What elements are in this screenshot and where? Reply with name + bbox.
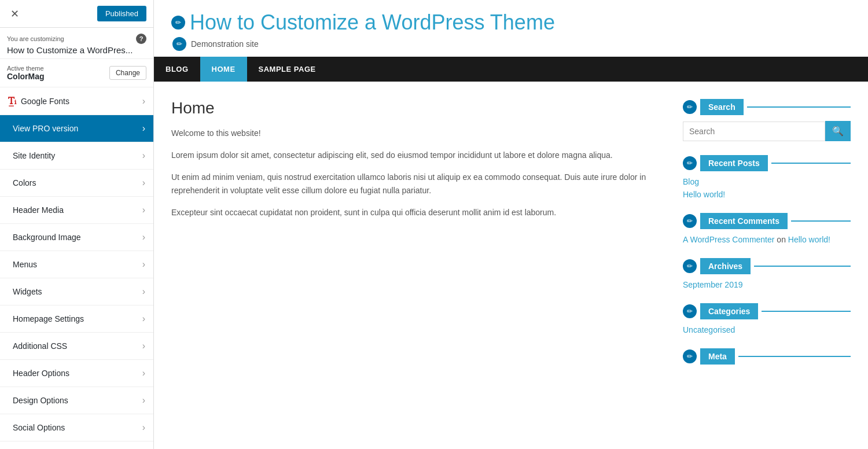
chevron-right-icon: › [142,150,145,161]
recent-posts-list: BlogHello world! [683,177,851,199]
recent-comments-edit-icon[interactable]: ✏ [683,214,697,228]
recent-posts-widget: ✏ Recent Posts BlogHello world! [683,155,851,199]
categories-title: Categories [700,303,758,319]
nav-item-home[interactable]: HOME [200,57,247,82]
categories-widget: ✏ Categories Uncategorised [683,303,851,334]
customizing-info: You are customizing ? How to Customize a… [0,28,153,59]
meta-title-row: ✏ Meta [683,348,851,365]
sidebar-item-google-fonts[interactable]: T̲ᵢGoogle Fonts› [0,87,153,115]
chevron-right-icon: › [142,259,145,270]
nav-item-sample-page[interactable]: SAMPLE PAGE [247,57,328,82]
chevron-right-icon: › [142,341,145,351]
sidebar-item-design-options[interactable]: Design Options› [0,387,153,414]
page-paragraph: Lorem ipsum dolor sit amet, consectetur … [171,149,660,163]
site-title: How to Customize a WordPress Theme [190,10,555,35]
sidebar-item-label-header-options: Header Options [13,369,142,378]
chevron-right-icon: › [142,368,145,378]
sidebar-item-label-homepage-settings: Homepage Settings [13,314,142,323]
theme-name: ColorMag [7,72,45,81]
site-header: ✏ How to Customize a WordPress Theme ✏ D… [154,0,868,57]
search-submit-button[interactable]: 🔍 [825,121,851,141]
commenter-link[interactable]: A WordPress Commenter [683,235,774,244]
sidebar-item-widgets[interactable]: Widgets› [0,278,153,306]
sidebar-item-additional-css[interactable]: Additional CSS› [0,333,153,360]
chevron-right-icon: › [142,205,145,215]
sidebar-item-header-media[interactable]: Header Media› [0,197,153,224]
recent-comments-title: Recent Comments [700,213,788,229]
recent-comment-text: A WordPress Commenter on Hello world! [683,235,851,244]
sidebar-item-colors[interactable]: Colors› [0,170,153,197]
recent-posts-edit-icon[interactable]: ✏ [683,156,697,170]
chevron-right-icon: › [142,286,145,297]
help-icon[interactable]: ? [136,34,146,44]
sidebar-item-social-options[interactable]: Social Options› [0,414,153,441]
sidebar-item-header-options[interactable]: Header Options› [0,360,153,387]
site-title-edit-icon[interactable]: ✏ [171,16,185,30]
sidebar-item-label-background-image: Background Image [13,233,142,242]
meta-title: Meta [700,348,735,365]
page-paragraph: Ut enim ad minim veniam, quis nostrud ex… [171,171,660,198]
chevron-right-icon: › [142,422,145,433]
page-paragraphs: Welcome to this website!Lorem ipsum dolo… [171,127,660,220]
categories-edit-icon[interactable]: ✏ [683,304,697,318]
recent-posts-title: Recent Posts [700,155,768,171]
menu-items-list: T̲ᵢGoogle Fonts›View PRO version›Site Id… [0,87,153,449]
widgets-sidebar: ✏ Search 🔍 ✏ Recent Posts BlogHello worl… [683,99,851,378]
archives-list: September 2019 [683,280,851,289]
sidebar-item-label-site-identity: Site Identity [13,151,142,160]
archive-link[interactable]: September 2019 [683,280,851,289]
recent-comments-widget: ✏ Recent Comments A WordPress Commenter … [683,213,851,244]
meta-edit-icon[interactable]: ✏ [683,349,697,363]
category-link[interactable]: Uncategorised [683,325,851,334]
sidebar-item-view-pro[interactable]: View PRO version› [0,115,153,142]
tagline-edit-icon[interactable]: ✏ [172,37,186,51]
page-heading: Home [171,99,660,117]
sidebar-item-label-colors: Colors [13,178,142,187]
recent-comments-title-row: ✏ Recent Comments [683,213,851,229]
recent-comments-title-line [791,220,851,222]
chevron-right-icon: › [142,123,145,134]
categories-list: Uncategorised [683,325,851,334]
recent-posts-title-line [771,163,851,164]
nav-item-blog[interactable]: BLOG [154,57,200,82]
search-widget-input-area: 🔍 [683,121,851,141]
navigation-bar: BLOGHOMESAMPLE PAGE [154,57,868,82]
archives-title-line [754,266,851,267]
search-widget-title: Search [700,99,744,115]
sidebar-item-label-google-fonts: Google Fonts [21,97,142,106]
active-theme-bar: Active theme ColorMag Change [0,59,153,87]
close-button[interactable]: ✕ [7,6,23,21]
sidebar-item-menus[interactable]: Menus› [0,251,153,278]
sidebar-item-label-header-media: Header Media [13,205,142,215]
sidebar-item-site-identity[interactable]: Site Identity› [0,142,153,170]
customizing-label-text: You are customizing [7,35,64,42]
sidebar-item-background-image[interactable]: Background Image› [0,224,153,251]
main-content: Home Welcome to this website!Lorem ipsum… [171,99,660,378]
search-widget-edit-icon[interactable]: ✏ [683,100,697,114]
sidebar-item-homepage-settings[interactable]: Homepage Settings› [0,306,153,333]
chevron-right-icon: › [142,314,145,324]
search-input[interactable] [683,122,825,141]
search-title-line [747,106,851,108]
recent-post-link[interactable]: Hello world! [683,190,851,199]
page-paragraph: Welcome to this website! [171,127,660,141]
archives-title: Archives [700,258,751,274]
search-widget: ✏ Search 🔍 [683,99,851,141]
published-button[interactable]: Published [97,6,146,21]
archives-edit-icon[interactable]: ✏ [683,259,697,273]
site-tagline: Demonstration site [191,39,259,49]
chevron-right-icon: › [142,96,145,106]
theme-info: Active theme ColorMag [7,65,45,81]
site-tagline-row: ✏ Demonstration site [172,37,851,51]
sidebar-item-footer-options[interactable]: Footer Options› [0,441,153,449]
comment-post-link[interactable]: Hello world! [788,235,830,244]
recent-posts-title-row: ✏ Recent Posts [683,155,851,171]
font-icon: T̲ᵢ [8,95,16,106]
site-title-row: ✏ How to Customize a WordPress Theme [171,10,851,35]
change-theme-button[interactable]: Change [109,66,146,80]
on-text: on [777,235,788,244]
sidebar-item-label-view-pro: View PRO version [13,124,142,133]
sidebar-item-label-additional-css: Additional CSS [13,341,142,351]
recent-post-link[interactable]: Blog [683,177,851,186]
page-paragraph: Excepteur sint occaecat cupidatat non pr… [171,206,660,220]
